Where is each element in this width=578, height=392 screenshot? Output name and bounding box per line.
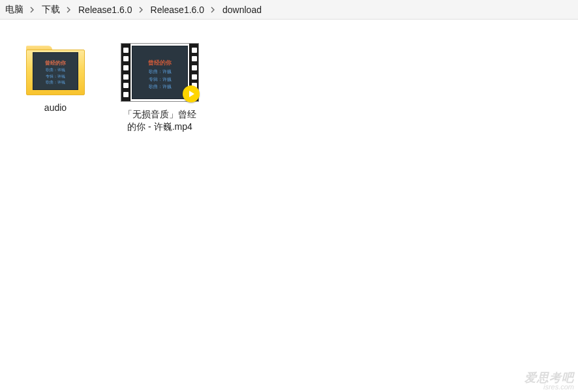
watermark: 爱思考吧 isres.com (525, 372, 574, 391)
file-item-video[interactable]: 曾经的你 歌曲：许巍 专辑：许巍 歌曲：许巍 Player 「无损音质」曾经的你… (117, 39, 202, 137)
breadcrumb-bar: 电脑 下载 Release1.6.0 Release1.6.0 download (0, 0, 578, 20)
chevron-right-icon (208, 7, 219, 13)
player-badge-icon: Player (183, 85, 200, 102)
thumb-meta: 专辑：许巍 (46, 74, 65, 80)
watermark-title: 爱思考吧 (525, 372, 574, 384)
chevron-right-icon (64, 7, 74, 13)
thumb-title: 曾经的你 (148, 59, 172, 67)
chevron-right-icon (27, 7, 38, 13)
thumb-meta: 歌曲：许巍 (149, 68, 172, 75)
breadcrumb-item[interactable]: download (219, 5, 266, 15)
breadcrumb-item[interactable]: 下载 (38, 4, 64, 16)
video-frame: 曾经的你 歌曲：许巍 专辑：许巍 歌曲：许巍 (132, 46, 188, 99)
breadcrumb-item[interactable]: 电脑 (1, 4, 27, 16)
file-label: 「无损音质」曾经的你 - 许巍.mp4 (120, 108, 200, 133)
folder-thumbnail: 曾经的你 歌曲：许巍 专辑：许巍 歌曲：许巍 (33, 52, 78, 90)
film-strip-icon (121, 44, 130, 101)
chevron-right-icon (136, 7, 147, 13)
file-label: audio (44, 102, 67, 114)
thumb-title: 曾经的你 (45, 59, 66, 67)
breadcrumb-item[interactable]: Release1.6.0 (147, 5, 209, 15)
watermark-url: isres.com (525, 384, 574, 391)
thumb-meta: 歌曲：许巍 (46, 80, 65, 85)
thumb-meta: 歌曲：许巍 (46, 68, 65, 73)
breadcrumb-item[interactable]: Release1.6.0 (74, 5, 136, 15)
video-thumbnail-icon: 曾经的你 歌曲：许巍 专辑：许巍 歌曲：许巍 Player (121, 43, 199, 102)
folder-content-area[interactable]: 曾经的你 歌曲：许巍 专辑：许巍 歌曲：许巍 audio 曾经的你 歌曲：许巍 … (0, 20, 578, 157)
thumb-meta: 专辑：许巍 (149, 76, 172, 83)
folder-icon: 曾经的你 歌曲：许巍 专辑：许巍 歌曲：许巍 (26, 43, 85, 95)
thumb-meta: 歌曲：许巍 (149, 83, 172, 90)
folder-item-audio[interactable]: 曾经的你 歌曲：许巍 专辑：许巍 歌曲：许巍 audio (13, 39, 98, 118)
